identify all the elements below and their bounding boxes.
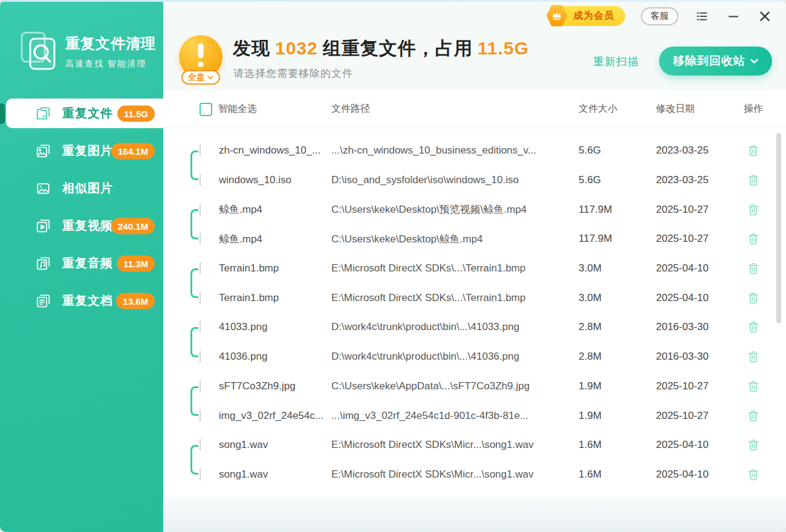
sidebar: 重复文件清理 高速查找 智能清理 重复文件11.5G重复图片164.1M相似图片… xyxy=(0,0,163,532)
remove-button-label: 移除到回收站 xyxy=(673,53,745,69)
row-checkbox[interactable] xyxy=(200,233,201,245)
file-date: 2023-03-25 xyxy=(656,144,738,157)
group-bracket xyxy=(190,327,198,357)
file-size: 117.9M xyxy=(579,204,656,216)
scan-scope-dropdown[interactable]: 全盘 xyxy=(181,70,220,85)
file-size: 1.9M xyxy=(579,380,656,392)
close-button[interactable] xyxy=(757,8,773,24)
menu-list-icon[interactable] xyxy=(694,8,710,24)
sidebar-item-label: 重复文档 xyxy=(62,293,113,309)
trash-icon[interactable] xyxy=(746,438,761,452)
row-checkbox[interactable] xyxy=(200,410,201,422)
file-date: 2025-04-10 xyxy=(656,439,738,451)
file-name: 41036.png xyxy=(213,351,331,363)
file-name: 鲸鱼.mp4 xyxy=(213,232,331,246)
file-path: C:\Users\keke\Desktop\鲸鱼.mp4 xyxy=(331,232,579,246)
scan-result-icon: 全盘 xyxy=(178,35,224,79)
file-path: ...\img_v3_02rf_24e54c1d-901c-4f3b-81e..… xyxy=(331,410,579,422)
duplicate-group: song1.wavE:\Microsoft DirectX SDKs\Micr.… xyxy=(163,430,786,489)
rescan-link[interactable]: 重新扫描 xyxy=(593,54,639,69)
table-row: Terrain1.bmpE:\Microsoft DirectX SDKs\..… xyxy=(163,283,786,313)
folder-icon xyxy=(35,105,51,122)
become-member-button[interactable]: 成为会员 xyxy=(551,6,625,26)
row-checkbox[interactable] xyxy=(200,204,201,216)
select-all-checkbox[interactable] xyxy=(200,103,212,116)
image-icon xyxy=(35,143,51,159)
file-size: 117.9M xyxy=(579,233,656,245)
row-checkbox[interactable] xyxy=(200,469,201,481)
group-bracket xyxy=(190,386,198,416)
sidebar-item-label: 重复文件 xyxy=(62,105,113,122)
size-badge: 11.5G xyxy=(117,105,155,122)
doc-icon xyxy=(35,293,51,309)
table-row: 41033.pngD:\work4c\trunk\product\bin\...… xyxy=(163,313,786,342)
column-header-size: 文件大小 xyxy=(579,103,656,115)
group-bracket xyxy=(190,151,198,180)
trash-icon[interactable] xyxy=(746,291,761,305)
trash-icon[interactable] xyxy=(746,467,761,482)
file-name: zh-cn_windows_10_... xyxy=(213,144,331,157)
sidebar-item-label: 重复视频 xyxy=(62,218,113,234)
become-member-label: 成为会员 xyxy=(573,10,614,22)
trash-icon[interactable] xyxy=(746,143,761,158)
file-name: windows_10.iso xyxy=(213,174,331,186)
support-button[interactable]: 客服 xyxy=(641,7,678,25)
trash-icon[interactable] xyxy=(746,261,761,276)
file-date: 2016-03-30 xyxy=(656,321,738,333)
file-path: E:\Microsoft DirectX SDKs\Micr...\song1.… xyxy=(331,439,579,451)
trash-icon[interactable] xyxy=(746,173,761,187)
table-row: song1.wavE:\Microsoft DirectX SDKs\Micr.… xyxy=(163,430,786,460)
file-path: C:\Users\keke\AppData\...\sFT7Co3Zh9.jpg xyxy=(331,380,579,392)
table-row: 鲸鱼.mp4C:\Users\keke\Desktop\预览视频\鲸鱼.mp41… xyxy=(163,195,786,224)
row-checkbox[interactable] xyxy=(200,174,201,186)
size-badge: 240.1M xyxy=(111,218,155,234)
file-size: 5.6G xyxy=(579,174,656,186)
column-header-action: 操作 xyxy=(738,103,769,115)
trash-icon[interactable] xyxy=(746,379,761,394)
file-size: 3.0M xyxy=(579,292,656,304)
file-name: song1.wav xyxy=(213,439,331,451)
row-checkbox[interactable] xyxy=(200,351,201,363)
summary-subtitle: 请选择您需要移除的文件 xyxy=(233,66,353,80)
file-name: Terrain1.bmp xyxy=(213,292,331,304)
trash-icon[interactable] xyxy=(746,320,761,334)
row-checkbox[interactable] xyxy=(200,380,201,392)
file-table: 智能全选 文件路径 文件大小 修改日期 操作 zh-cn_windows_10_… xyxy=(163,91,786,498)
trash-icon[interactable] xyxy=(746,232,761,246)
file-date: 2025-10-27 xyxy=(656,204,738,216)
vertical-scrollbar[interactable] xyxy=(776,133,781,323)
file-name: img_v3_02rf_24e54c... xyxy=(213,410,331,422)
duplicate-group: Terrain1.bmpE:\Microsoft DirectX SDKs\..… xyxy=(163,254,786,313)
group-bracket xyxy=(190,445,198,475)
file-path: C:\Users\keke\Desktop\预览视频\鲸鱼.mp4 xyxy=(331,203,579,216)
file-path: D:\iso_and_sysfolder\iso\windows_10.iso xyxy=(331,174,579,186)
sidebar-item-duplicate-docs[interactable]: 重复文档13.6M xyxy=(0,286,163,316)
sidebar-item-duplicate-images[interactable]: 重复图片164.1M xyxy=(0,136,163,166)
row-checkbox[interactable] xyxy=(200,439,201,451)
row-checkbox[interactable] xyxy=(200,321,201,333)
trash-icon[interactable] xyxy=(746,203,761,217)
sidebar-item-duplicate-videos[interactable]: 重复视频240.1M xyxy=(0,211,163,241)
row-checkbox[interactable] xyxy=(200,262,201,274)
file-date: 2025-10-27 xyxy=(656,233,738,245)
main-panel: 成为会员 客服 xyxy=(163,0,786,532)
trash-icon[interactable] xyxy=(746,409,761,423)
file-size: 1.6M xyxy=(579,439,656,451)
minimize-button[interactable] xyxy=(726,8,741,24)
file-size: 1.9M xyxy=(579,410,656,422)
row-checkbox[interactable] xyxy=(200,144,201,157)
sidebar-item-similar-images[interactable]: 相似图片 xyxy=(0,174,163,203)
size-badge: 164.1M xyxy=(111,143,155,159)
size-badge: 11.3M xyxy=(117,255,155,271)
file-path: ...\zh-cn_windows_10_business_editions_v… xyxy=(331,144,579,157)
file-date: 2016-03-30 xyxy=(656,351,738,363)
remove-to-recycle-button[interactable]: 移除到回收站 xyxy=(659,47,772,76)
sidebar-item-duplicate-files[interactable]: 重复文件11.5G xyxy=(6,99,163,128)
group-bracket xyxy=(190,209,198,239)
file-date: 2025-04-10 xyxy=(656,292,738,304)
table-header-row: 智能全选 文件路径 文件大小 修改日期 操作 xyxy=(163,91,786,128)
row-checkbox[interactable] xyxy=(200,292,201,304)
table-row: sFT7Co3Zh9.jpgC:\Users\keke\AppData\...\… xyxy=(163,372,786,401)
trash-icon[interactable] xyxy=(746,349,761,364)
sidebar-item-duplicate-audio[interactable]: 重复音频11.3M xyxy=(0,248,163,278)
